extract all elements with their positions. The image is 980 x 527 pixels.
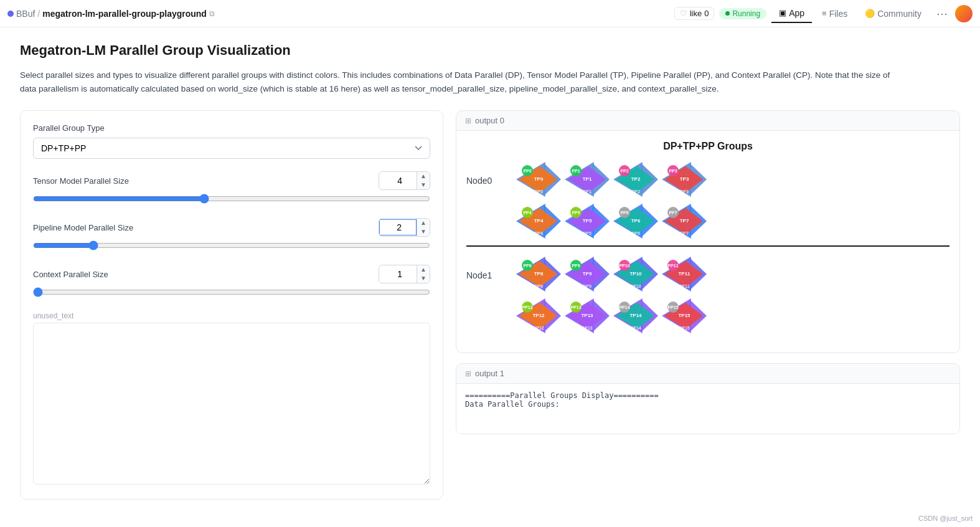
- svg-text:DP11: DP11: [679, 284, 690, 288]
- svg-text:TP13: TP13: [581, 313, 593, 318]
- like-label: like: [690, 9, 702, 18]
- heart-icon: ♡: [680, 9, 687, 18]
- svg-text:TP5: TP5: [583, 218, 592, 224]
- pipeline-down-button[interactable]: ▼: [417, 227, 430, 236]
- top-nav: BBuf / megatron-lm-parallel-group-playgr…: [0, 0, 980, 27]
- tensor-label: Tensor Model Parallel Size: [33, 176, 129, 186]
- right-panel: ⊞ output 0 DP+TP+PP Groups Node0 TP0 PP0…: [456, 110, 960, 434]
- svg-text:TP7: TP7: [680, 218, 689, 224]
- bbuf-dot: [7, 11, 14, 17]
- tensor-slider[interactable]: [33, 194, 430, 204]
- tensor-number-row: Tensor Model Parallel Size 4 ▲ ▼: [33, 171, 430, 190]
- pipeline-spinners: ▲ ▼: [417, 219, 430, 236]
- svg-text:PP7: PP7: [669, 211, 677, 215]
- gpu-badge-DP0: TP0 PP0 DP0: [516, 162, 561, 199]
- context-down-button[interactable]: ▼: [417, 274, 430, 283]
- svg-text:TP4: TP4: [534, 218, 544, 224]
- svg-text:PP5: PP5: [572, 211, 580, 215]
- gpu-badge-DP4: TP4 PP4 DP4: [516, 204, 561, 240]
- svg-text:TP14: TP14: [629, 313, 642, 318]
- tensor-input-group: 4 ▲ ▼: [379, 171, 430, 190]
- text-area[interactable]: [33, 323, 430, 485]
- gpu-badge-DP9: TP9 PP9 DP9: [565, 257, 610, 293]
- svg-text:DP12: DP12: [533, 326, 544, 330]
- gpu-badge-DP7: TP7 PP7 DP7: [662, 204, 707, 240]
- pipeline-slider[interactable]: [33, 240, 430, 250]
- gpu-badge-DP10: TP10 PP10 DP10: [613, 257, 658, 293]
- svg-text:PP0: PP0: [523, 169, 531, 173]
- node-label-0: Node0: [466, 176, 516, 186]
- svg-text:DP3: DP3: [680, 189, 689, 194]
- svg-text:DP14: DP14: [630, 326, 641, 330]
- tab-files[interactable]: ≡ Files: [814, 5, 855, 22]
- pipeline-label: Pipeline Model Parallel Size: [33, 223, 133, 232]
- svg-text:PP10: PP10: [619, 264, 629, 268]
- copy-icon[interactable]: ⧉: [209, 9, 215, 18]
- pipeline-input[interactable]: 2: [379, 219, 417, 235]
- svg-text:DP7: DP7: [680, 231, 689, 235]
- like-button[interactable]: ♡ like 0: [674, 7, 715, 20]
- context-group: Context Parallel Size 1 ▲ ▼: [33, 265, 430, 299]
- node-label-1: Node1: [466, 270, 516, 280]
- svg-text:DP2: DP2: [631, 189, 640, 194]
- svg-text:TP3: TP3: [680, 176, 689, 182]
- svg-text:PP11: PP11: [667, 264, 678, 268]
- tensor-input[interactable]: 4: [379, 173, 417, 188]
- context-up-button[interactable]: ▲: [417, 265, 430, 274]
- group-type-select[interactable]: DP+TP+PP DP+TP DP+PP TP+PP DP TP PP CP: [33, 138, 430, 159]
- svg-text:TP6: TP6: [631, 218, 641, 224]
- svg-text:PP15: PP15: [667, 305, 678, 310]
- output-1-body: ==========Parallel Groups Display=======…: [456, 384, 959, 434]
- breadcrumb: BBuf / megatron-lm-parallel-group-playgr…: [7, 9, 669, 19]
- output-1-header: ⊞ output 1: [456, 364, 959, 384]
- pipeline-up-button[interactable]: ▲: [417, 219, 430, 227]
- svg-text:TP1: TP1: [583, 176, 592, 182]
- page-content: Megatron-LM Parallel Group Visualization…: [0, 27, 980, 515]
- svg-text:DP15: DP15: [679, 326, 690, 330]
- svg-text:TP2: TP2: [631, 176, 641, 182]
- output-panel-0: ⊞ output 0 DP+TP+PP Groups Node0 TP0 PP0…: [456, 110, 960, 353]
- svg-text:PP4: PP4: [523, 211, 531, 215]
- svg-text:PP8: PP8: [523, 264, 531, 268]
- node-separator: [466, 245, 949, 247]
- bbuf-label[interactable]: BBuf: [16, 9, 35, 19]
- gpu-badge-DP12: TP12 PP12 DP12: [516, 298, 561, 335]
- like-count: 0: [704, 9, 709, 18]
- svg-text:DP9: DP9: [583, 284, 591, 288]
- svg-text:PP3: PP3: [669, 169, 677, 173]
- gpu-badge-DP8: TP8 PP8 DP8: [516, 257, 561, 293]
- node-1: Node1 TP8 PP8 DP8 TP9 PP9 DP9: [466, 254, 949, 338]
- pipeline-input-group: 2 ▲ ▼: [379, 218, 430, 237]
- tab-app[interactable]: ▣ App: [771, 4, 812, 23]
- tab-community[interactable]: 🟡 Community: [857, 5, 929, 22]
- gpu-badge-DP1: TP1 PP1 DP1: [565, 162, 610, 199]
- svg-text:DP8: DP8: [534, 284, 543, 288]
- output-0-body: DP+TP+PP Groups Node0 TP0 PP0 DP0 T: [456, 131, 959, 353]
- group-type-label: Parallel Group Type: [33, 123, 430, 133]
- avatar[interactable]: [955, 5, 973, 22]
- gpu-row-1-1: TP12 PP12 DP12 TP13 PP13 DP13: [516, 296, 949, 338]
- gpu-badge-DP3: TP3 PP3 DP3: [662, 162, 707, 199]
- context-slider[interactable]: [33, 287, 430, 297]
- group-type-group: Parallel Group Type DP+TP+PP DP+TP DP+PP…: [33, 123, 430, 159]
- svg-text:TP11: TP11: [678, 271, 690, 277]
- svg-text:TP12: TP12: [532, 313, 545, 318]
- gpu-badge-DP11: TP11 PP11 DP11: [662, 257, 707, 293]
- gpu-row-1-0: TP8 PP8 DP8 TP9 PP9 DP9 TP10: [516, 254, 949, 296]
- context-input[interactable]: 1: [379, 267, 417, 282]
- tensor-up-button[interactable]: ▲: [417, 172, 430, 181]
- svg-text:PP14: PP14: [619, 305, 629, 310]
- app-icon: ▣: [779, 8, 786, 17]
- repo-name: megatron-lm-parallel-group-playground: [42, 9, 207, 19]
- context-number-row: Context Parallel Size 1 ▲ ▼: [33, 265, 430, 283]
- svg-text:PP12: PP12: [522, 305, 532, 310]
- tab-community-label: Community: [877, 9, 921, 19]
- breadcrumb-sep: /: [37, 9, 40, 19]
- files-icon: ≡: [822, 9, 827, 18]
- more-options-button[interactable]: ⋯: [931, 4, 953, 23]
- tensor-down-button[interactable]: ▼: [417, 181, 430, 189]
- svg-text:DP10: DP10: [630, 284, 641, 288]
- svg-text:DP13: DP13: [582, 326, 593, 330]
- output-0-header: ⊞ output 0: [456, 111, 959, 131]
- output-0-label: output 0: [475, 116, 504, 125]
